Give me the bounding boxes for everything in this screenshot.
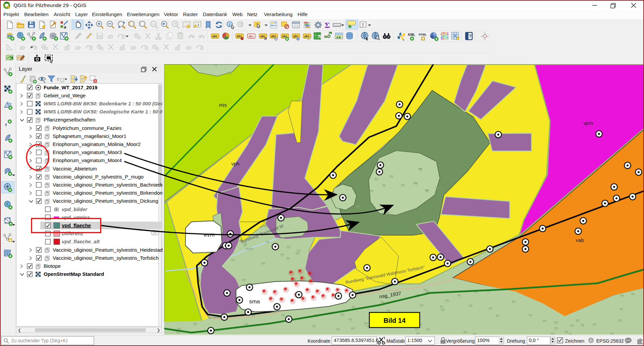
svg-text:Bild 14: Bild 14 bbox=[383, 317, 406, 324]
svg-text:abc: abc bbox=[304, 35, 310, 38]
svg-text:HTML: HTML bbox=[419, 33, 427, 36]
svg-text:vab: vab bbox=[576, 237, 584, 243]
svg-text:wD: wD bbox=[324, 34, 331, 39]
svg-text:sma: sma bbox=[249, 298, 260, 305]
svg-text:Σ: Σ bbox=[325, 21, 330, 30]
svg-text:✱: ✱ bbox=[422, 37, 424, 40]
svg-text:KML: KML bbox=[408, 33, 415, 37]
svg-text:?: ? bbox=[240, 22, 242, 27]
svg-text:abc: abc bbox=[248, 35, 254, 38]
svg-text:T: T bbox=[362, 22, 364, 27]
svg-text:vpm: vpm bbox=[584, 120, 593, 126]
svg-text:abc: abc bbox=[212, 35, 218, 38]
svg-text:1:1: 1:1 bbox=[152, 23, 155, 25]
svg-text:mis: mis bbox=[219, 102, 227, 108]
svg-text:evm: evm bbox=[204, 232, 215, 238]
svg-text:vph: vph bbox=[231, 161, 239, 166]
svg-text:✱: ✱ bbox=[9, 239, 12, 242]
svg-text:abc: abc bbox=[293, 35, 298, 38]
svg-text:,: , bbox=[5, 117, 7, 127]
svg-text:abc: abc bbox=[260, 35, 266, 38]
svg-text:ε: ε bbox=[57, 76, 59, 82]
svg-text:a: a bbox=[64, 24, 66, 30]
svg-text::T: :T bbox=[6, 185, 9, 189]
svg-text:?: ? bbox=[469, 34, 472, 39]
